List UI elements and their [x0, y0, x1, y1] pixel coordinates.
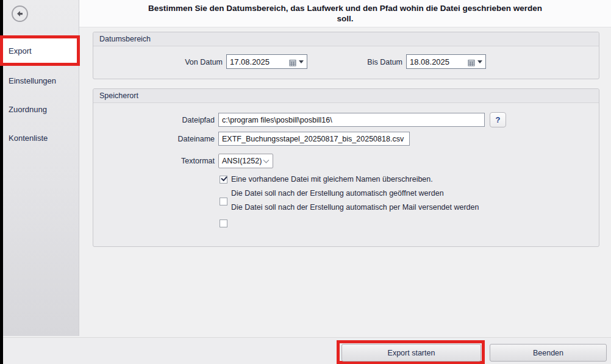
bis-datum-input[interactable]: 18.08.2025 — [406, 54, 486, 69]
textformat-label: Textormat — [154, 157, 215, 166]
date-range-group-title: Datumsbereich — [93, 32, 599, 46]
sidebar-item-zuordnung[interactable]: Zuordnung — [3, 104, 79, 115]
storage-location-group-title: Speicherort — [93, 89, 599, 103]
open-after-create-checkbox[interactable] — [220, 198, 227, 205]
help-button[interactable]: ? — [490, 112, 506, 127]
back-button[interactable] — [12, 5, 28, 22]
dateipfad-input[interactable] — [218, 113, 485, 127]
von-datum-input[interactable]: 17.08.2025 — [226, 54, 307, 69]
sidebar-item-einstellungen[interactable]: Einstellungen — [3, 76, 79, 87]
sidebar-item-export-label: Export — [3, 46, 32, 55]
overwrite-checkbox-label: Eine vorhandene Datei mit gleichem Namen… — [231, 175, 433, 184]
date-dropdown-arrow-icon[interactable] — [299, 60, 304, 63]
export-dialog-window: Einstellungen Zuordnung Kontenliste Expo… — [0, 0, 611, 364]
textformat-select[interactable]: ANSI(1252) — [218, 154, 273, 168]
overwrite-checkbox[interactable] — [220, 176, 227, 184]
textformat-value: ANSI(1252) — [219, 157, 262, 165]
bis-datum-value: 18.08.2025 — [407, 57, 468, 66]
mail-after-create-checkbox[interactable] — [220, 219, 227, 227]
back-arrow-icon — [16, 10, 24, 18]
bis-datum-label: Bis Datum — [341, 58, 402, 67]
instruction-line1: Bestimmen Sie den Datumsbereich, das Lau… — [148, 3, 542, 13]
von-datum-value: 17.08.2025 — [227, 57, 289, 66]
calendar-icon[interactable] — [468, 58, 475, 65]
dateiname-input[interactable] — [218, 132, 410, 146]
instruction-line2: soll. — [337, 13, 353, 24]
sidebar-item-export-highlight[interactable]: Export — [0, 35, 80, 66]
dateiname-label: Dateiname — [154, 135, 215, 144]
dateipfad-label: Dateipfad — [154, 116, 215, 125]
sidebar-item-kontenliste[interactable]: Kontenliste — [3, 133, 79, 144]
date-dropdown-arrow-icon[interactable] — [477, 60, 482, 63]
open-after-create-checkbox-label: Die Datei soll nach der Erstellung autom… — [231, 189, 444, 198]
chevron-down-icon — [263, 157, 270, 163]
export-start-button[interactable]: Export starten — [341, 344, 481, 362]
storage-location-group: Speicherort — [93, 88, 599, 247]
header-instruction: Bestimmen Sie den Datumsbereich, das Lau… — [79, 0, 611, 27]
close-button[interactable]: Beenden — [490, 344, 607, 362]
calendar-icon[interactable] — [289, 58, 296, 65]
von-datum-label: Von Datum — [162, 58, 223, 67]
mail-after-create-checkbox-label: Die Datei soll nach der Erstellung autom… — [231, 203, 479, 212]
date-range-group: Datumsbereich — [93, 32, 599, 79]
